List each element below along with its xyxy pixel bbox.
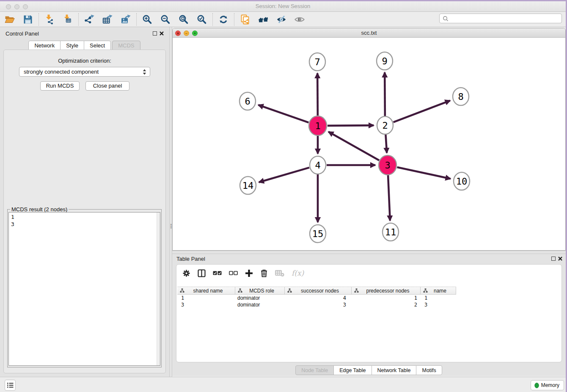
edge-3-10[interactable] bbox=[397, 167, 450, 179]
export-image-icon bbox=[121, 14, 131, 25]
home-layout-button[interactable] bbox=[258, 14, 268, 25]
edge-3-1[interactable] bbox=[328, 132, 379, 160]
column-header-name[interactable]: name bbox=[421, 287, 456, 294]
network-window-title: scc.txt bbox=[173, 28, 565, 37]
zoom-selected-button[interactable] bbox=[197, 14, 207, 25]
network-close-icon[interactable]: ✕ bbox=[175, 30, 181, 36]
mcds-result-text[interactable]: 1 3 bbox=[8, 212, 160, 366]
cell-name[interactable]: 1 bbox=[421, 295, 456, 301]
export-table-icon bbox=[102, 14, 113, 25]
cell-name[interactable]: 3 bbox=[421, 301, 456, 308]
refresh-view-button[interactable] bbox=[218, 14, 228, 25]
edge-4-14[interactable] bbox=[259, 168, 309, 182]
open-session-button[interactable] bbox=[5, 14, 15, 25]
import-network-button[interactable] bbox=[44, 14, 55, 25]
result-scrollbar[interactable] bbox=[157, 213, 160, 365]
zoom-fit-button[interactable] bbox=[179, 14, 189, 25]
attribute-settings-gear-button[interactable] bbox=[182, 268, 190, 278]
tab-node-table[interactable]: Node Table bbox=[295, 365, 334, 375]
export-network-button[interactable] bbox=[84, 14, 94, 25]
edge-1-2[interactable] bbox=[328, 125, 374, 126]
node-label-3: 3 bbox=[385, 160, 390, 171]
edge-2-8[interactable] bbox=[394, 101, 450, 122]
delete-table-icon bbox=[275, 269, 284, 277]
horizontal-split-divider[interactable]: ● ● ● bbox=[172, 251, 566, 254]
zoom-window-icon[interactable] bbox=[23, 4, 28, 9]
optimization-dropdown[interactable]: strongly connected component bbox=[19, 67, 150, 77]
select-all-columns-button[interactable] bbox=[213, 268, 222, 278]
export-image-button[interactable] bbox=[121, 14, 131, 25]
float-panel-icon[interactable] bbox=[153, 31, 157, 36]
save-session-icon bbox=[23, 14, 33, 25]
network-graph[interactable]: 7968124314101511 bbox=[173, 38, 565, 251]
edge-2-3[interactable] bbox=[385, 134, 387, 153]
edge-1-6[interactable] bbox=[258, 105, 308, 123]
memory-status-icon bbox=[534, 383, 539, 388]
cell-shared-name[interactable]: 1 bbox=[177, 295, 235, 301]
tab-style[interactable]: Style bbox=[60, 41, 84, 50]
minimize-window-icon[interactable] bbox=[14, 4, 19, 9]
cell-MCDS-role[interactable]: dominator bbox=[235, 301, 285, 308]
duplicate-network-button[interactable] bbox=[240, 14, 250, 25]
run-mcds-button[interactable]: Run MCDS bbox=[40, 81, 80, 91]
list-icon bbox=[7, 382, 14, 389]
node-label-11: 11 bbox=[385, 227, 396, 237]
save-session-button[interactable] bbox=[23, 14, 33, 25]
open-session-icon bbox=[5, 14, 15, 25]
cell-MCDS-role[interactable]: dominator bbox=[235, 295, 285, 301]
zoom-in-icon bbox=[142, 14, 152, 25]
duplicate-network-icon bbox=[240, 14, 250, 25]
edge-3-11[interactable] bbox=[388, 175, 390, 221]
tab-select[interactable]: Select bbox=[84, 41, 111, 50]
cell-predecessor-nodes[interactable]: 2 bbox=[352, 301, 421, 308]
task-history-button[interactable] bbox=[5, 380, 16, 391]
tab-motifs[interactable]: Motifs bbox=[416, 365, 442, 375]
table-float-panel-icon[interactable] bbox=[551, 257, 556, 261]
cell-successor-nodes[interactable]: 4 bbox=[285, 295, 352, 301]
column-header-MCDS-role[interactable]: MCDS role bbox=[235, 287, 285, 294]
column-header-shared-name[interactable]: shared name bbox=[177, 287, 235, 294]
search-input[interactable] bbox=[439, 14, 562, 23]
cell-predecessor-nodes[interactable]: 1 bbox=[352, 295, 421, 301]
table-close-panel-icon[interactable] bbox=[558, 256, 563, 261]
attribute-settings-gear-icon bbox=[182, 269, 190, 277]
toolbar-separator bbox=[234, 13, 234, 26]
select-all-columns-icon bbox=[213, 270, 222, 276]
memory-button[interactable]: Memory bbox=[531, 380, 564, 390]
network-zoom-icon[interactable]: + bbox=[192, 30, 198, 36]
export-table-button[interactable] bbox=[102, 14, 113, 25]
toolbar-separator bbox=[39, 13, 39, 26]
table-row[interactable]: 3dominator323 bbox=[177, 301, 456, 308]
edge-2-9[interactable] bbox=[385, 72, 385, 116]
close-panel-button[interactable]: Close panel bbox=[85, 81, 129, 91]
zoom-in-button[interactable] bbox=[142, 14, 152, 25]
table-toolbar: f(x) bbox=[182, 268, 304, 278]
import-table-button[interactable] bbox=[63, 14, 73, 25]
vertical-split-divider[interactable]: ●●● bbox=[169, 27, 172, 377]
table-panel: Table Panel f(x) shared nameMCDS rolesuc… bbox=[172, 254, 566, 376]
delete-column-trash-button[interactable] bbox=[260, 268, 268, 278]
zoom-out-button[interactable] bbox=[160, 14, 171, 25]
function-builder-icon: f(x) bbox=[292, 269, 304, 277]
tab-network-table[interactable]: Network Table bbox=[372, 365, 417, 375]
column-header-predecessor-nodes[interactable]: predecessor nodes bbox=[352, 287, 421, 294]
column-header-successor-nodes[interactable]: successor nodes bbox=[285, 287, 352, 294]
cell-successor-nodes[interactable]: 3 bbox=[285, 301, 352, 308]
cell-shared-name[interactable]: 3 bbox=[177, 301, 235, 308]
close-window-icon[interactable] bbox=[6, 4, 11, 9]
tab-network[interactable]: Network bbox=[28, 41, 61, 50]
toggle-column-panel-button[interactable] bbox=[198, 268, 206, 278]
hide-panel-eye-button[interactable] bbox=[276, 14, 286, 25]
toolbar-separator bbox=[136, 13, 137, 26]
unselect-all-columns-button[interactable] bbox=[229, 268, 238, 278]
table-row[interactable]: 1dominator411 bbox=[177, 295, 456, 301]
tab-mcds[interactable]: MCDS bbox=[112, 41, 140, 50]
dropdown-stepper-icon bbox=[143, 69, 146, 75]
network-minimize-icon[interactable]: − bbox=[184, 30, 189, 36]
show-eye-button[interactable] bbox=[295, 14, 305, 25]
tab-edge-table[interactable]: Edge Table bbox=[333, 365, 372, 375]
close-panel-icon[interactable] bbox=[159, 31, 164, 36]
main-titlebar: Session: New Session bbox=[0, 1, 566, 12]
edge-1-7[interactable] bbox=[317, 73, 318, 116]
create-column-add-button[interactable] bbox=[245, 268, 253, 278]
